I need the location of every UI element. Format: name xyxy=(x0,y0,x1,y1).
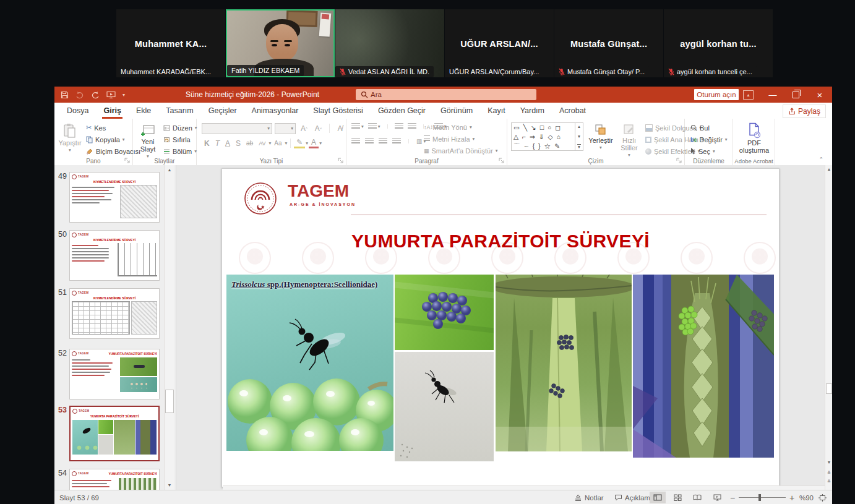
bold-button[interactable]: K xyxy=(202,137,212,149)
justify-icon[interactable] xyxy=(392,138,401,145)
slideshow-view-button[interactable] xyxy=(709,492,725,503)
tab-gorunum[interactable]: Görünüm xyxy=(433,103,480,119)
slide-area-scrollbar[interactable]: ▲ ▼ ≙ ≚ xyxy=(825,165,832,490)
thumbnail-slide-54[interactable]: TAGEMYUMURTA PARAZİTOİT SÜRVEYİ xyxy=(69,469,160,490)
clear-formatting-button[interactable]: A̸ xyxy=(335,122,345,134)
replace-button[interactable]: bc Değiştir ▾ xyxy=(689,134,729,145)
search-box[interactable]: Ara xyxy=(356,89,536,100)
next-slide-button[interactable]: ≚ xyxy=(825,479,832,484)
thumbnail-panel-scrollbar[interactable]: ▲ ▼ xyxy=(164,165,174,490)
redo-icon[interactable] xyxy=(91,91,100,99)
tab-dosya[interactable]: Dosya xyxy=(59,103,96,119)
panel-scroll-down-arrow[interactable]: ▼ xyxy=(165,483,174,487)
shapes-scroll-down[interactable]: ▼ xyxy=(577,134,581,139)
photo-wasp-on-white[interactable] xyxy=(395,352,494,461)
slide-sorter-view-button[interactable] xyxy=(669,492,685,503)
font-color-button[interactable]: A xyxy=(309,138,319,148)
highlight-color-button[interactable]: ✎ xyxy=(294,138,305,148)
normal-view-button[interactable] xyxy=(650,492,666,503)
photo-wasp-on-eggs[interactable]: Trissolcus spp.(Hymenoptera:Scellionidae… xyxy=(226,275,393,451)
font-name-combo[interactable]: ▾ xyxy=(202,123,272,134)
find-button[interactable]: Bul xyxy=(689,122,729,134)
change-case-button[interactable]: Aa xyxy=(272,137,284,149)
thumbnail-slide-50[interactable]: TAGEM KIYMETLENDİRME SÜRVEYİ xyxy=(69,230,160,281)
paragraf-dialog-launcher[interactable] xyxy=(499,158,505,164)
shapes-gallery-scroll[interactable]: ▲ ▼ ▼ xyxy=(575,122,583,151)
text-direction-button[interactable]: ↕A Metin Yönü ▾ xyxy=(422,121,500,133)
collapse-ribbon-chevron[interactable]: ⌃ xyxy=(818,156,823,163)
reset-button[interactable]: Sıfırla xyxy=(161,134,199,145)
sign-in-button[interactable]: Oturum açın xyxy=(694,89,739,100)
video-tile-2-active-speaker[interactable]: Fatih YILDIZ EBKAEM xyxy=(226,9,335,77)
tab-slayt-gosterisi[interactable]: Slayt Gösterisi xyxy=(306,103,371,119)
previous-slide-button[interactable]: ≙ xyxy=(825,471,832,476)
minimize-button[interactable]: — xyxy=(763,87,782,103)
undo-icon[interactable] xyxy=(75,91,84,99)
thumbnail-slide-52[interactable]: TAGEMYUMURTA PARAZİTOİT SÜRVEYİ xyxy=(69,349,160,399)
video-tile-3[interactable]: Vedat ASLAN AĞRI İL MD. xyxy=(335,9,444,77)
shapes-gallery[interactable]: ▭ ╲ ↘ □ ○ ◻ △ ⌐ ⇒ ⇓ ◇ ⌂ ⌒ ∼ { } ☆ ✎ xyxy=(511,122,575,151)
save-icon[interactable] xyxy=(61,91,69,99)
scroll-down-arrow[interactable]: ▼ xyxy=(825,460,832,464)
tab-giris[interactable]: Giriş xyxy=(96,103,129,119)
align-left-icon[interactable] xyxy=(351,138,360,145)
arrange-button[interactable]: Yerleştir ▾ xyxy=(586,121,615,152)
select-button[interactable]: Seç ▾ xyxy=(689,145,729,157)
slideshow-icon[interactable] xyxy=(106,91,116,99)
new-slide-button[interactable]: Yeni Slayt ▾ xyxy=(135,121,160,160)
align-right-icon[interactable] xyxy=(379,138,387,145)
smartart-button[interactable]: ▦ SmartArt'a Dönüştür ▾ xyxy=(422,145,500,156)
decrease-indent-icon[interactable] xyxy=(395,123,403,130)
slide-canvas[interactable]: TAGEM AR-GE & İNOVASYON YUMURTA PARAZİTO… xyxy=(221,168,780,487)
font-size-combo[interactable]: ▾ xyxy=(275,123,296,134)
photo-wheat-field-eggs[interactable] xyxy=(496,275,632,451)
photo-wheat-spike-eggs[interactable] xyxy=(633,275,774,458)
quick-styles-button[interactable]: Hızlı Stiller ▾ xyxy=(616,121,642,159)
pano-dialog-launcher[interactable] xyxy=(124,158,131,164)
bullets-button[interactable]: ▾ xyxy=(351,123,364,130)
thumbnail-slide-51[interactable]: TAGEM KIYMETLENDİRME SÜRVEYİ xyxy=(69,288,160,339)
zoom-in-button[interactable]: + xyxy=(789,493,794,503)
italic-button[interactable]: T xyxy=(213,137,222,149)
restore-button[interactable] xyxy=(786,87,805,103)
ribbon-display-options-icon[interactable]: ▴ xyxy=(743,90,754,100)
decrease-font-button[interactable]: A˅ xyxy=(312,122,325,134)
video-tile-4[interactable]: UĞUR ARSLAN/... UĞUR ARSLAN/Çorum/Bay... xyxy=(445,9,554,77)
tab-animasyonlar[interactable]: Animasyonlar xyxy=(244,103,306,119)
video-tile-1[interactable]: Muhammet KA... Muhammet KARADAĞ/EBK... xyxy=(116,9,225,77)
photo-egg-cluster-blue[interactable] xyxy=(395,275,494,350)
tab-acrobat[interactable]: Acrobat xyxy=(552,103,593,119)
thumbnail-slide-53-selected[interactable]: TAGEM YUMURTA PARAZİTOİT SÜRVEYİ xyxy=(69,406,160,461)
video-tile-5[interactable]: Mustafa Günşat... Mustafa Günşat Otay/ P… xyxy=(554,9,663,77)
panel-scrollbar-thumb[interactable] xyxy=(165,390,174,413)
text-shadow-button[interactable]: S xyxy=(233,137,243,149)
panel-scroll-up-arrow[interactable]: ▲ xyxy=(165,168,174,172)
cizim-dialog-launcher[interactable] xyxy=(676,158,682,164)
tab-yardim[interactable]: Yardım xyxy=(513,103,552,119)
qat-customize-chevron[interactable]: ▾ xyxy=(122,92,125,98)
reading-view-button[interactable] xyxy=(689,492,705,503)
scroll-up-arrow[interactable]: ▲ xyxy=(825,167,832,171)
font-dialog-launcher[interactable] xyxy=(338,158,344,164)
zoom-out-button[interactable]: − xyxy=(730,493,735,503)
zoom-slider-track[interactable] xyxy=(739,497,786,498)
shapes-scroll-up[interactable]: ▲ xyxy=(577,124,581,129)
slide-area-horizontal-scrollbar[interactable] xyxy=(223,485,825,490)
align-center-icon[interactable] xyxy=(365,138,374,145)
tab-gozden-gecir[interactable]: Gözden Geçir xyxy=(371,103,433,119)
zoom-slider-thumb[interactable] xyxy=(758,494,761,501)
section-button[interactable]: Bölüm ▾ xyxy=(161,145,199,157)
underline-button[interactable]: A xyxy=(223,137,233,149)
close-button[interactable]: × xyxy=(810,87,829,103)
create-pdf-button[interactable]: PDF oluşturma xyxy=(738,121,770,154)
paste-button[interactable]: Yapıştır ▾ xyxy=(58,121,82,154)
strikethrough-button[interactable]: ab xyxy=(244,137,256,149)
share-button[interactable]: Paylaş xyxy=(783,105,826,118)
increase-font-button[interactable]: A^ xyxy=(298,122,310,134)
scrollbar-thumb[interactable] xyxy=(826,383,832,394)
align-text-button[interactable]: Metni Hizala ▾ xyxy=(422,133,500,145)
tab-ekle[interactable]: Ekle xyxy=(129,103,158,119)
numbering-button[interactable]: ▾ xyxy=(368,123,380,130)
notes-button[interactable]: Notlar xyxy=(574,494,604,502)
shapes-more-button[interactable]: ▼ xyxy=(577,144,581,149)
